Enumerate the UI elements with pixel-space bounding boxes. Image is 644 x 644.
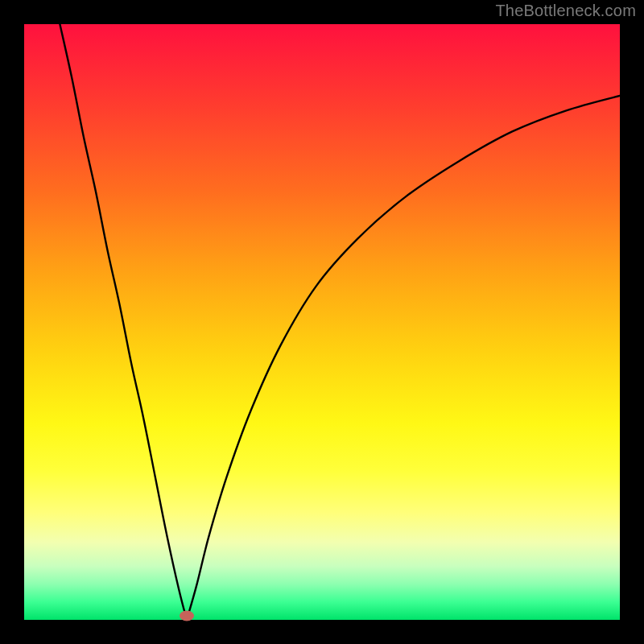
plot-area	[24, 24, 620, 620]
curve-right-branch	[187, 96, 620, 620]
chart-frame: TheBottleneck.com	[0, 0, 644, 644]
chart-svg	[24, 24, 620, 620]
watermark-text: TheBottleneck.com	[495, 2, 636, 20]
curve-left-branch	[60, 24, 187, 620]
minimum-marker	[180, 611, 194, 621]
